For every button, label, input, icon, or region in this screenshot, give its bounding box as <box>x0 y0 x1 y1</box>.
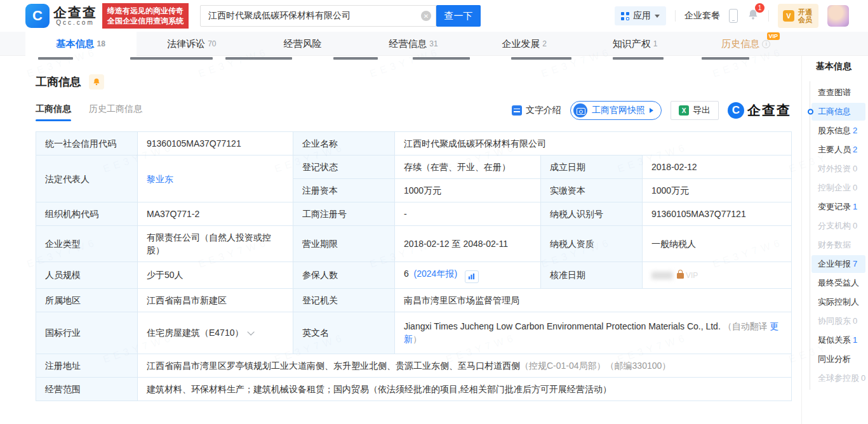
sidebar-item-label: 主要人员 <box>818 145 851 154</box>
qcc-circle-icon: C <box>728 102 744 119</box>
sidebar-item-分支机构: 分支机构0 <box>811 217 865 235</box>
chevron-down-icon <box>655 15 660 18</box>
sidebar-item-最终受益人[interactable]: 最终受益人 <box>811 274 865 292</box>
qcc-logo[interactable]: C 企查查 Qcc.com <box>25 4 97 28</box>
sidebar-item-count: 2 <box>853 145 857 154</box>
field-label: 统一社会信用代码 <box>36 132 138 156</box>
sidebar-item-变更记录[interactable]: 变更记录1 <box>811 198 865 216</box>
qcc-watermark-logo: C 企查查 <box>728 102 791 119</box>
annual-report-link[interactable]: (2024年报) <box>414 268 457 279</box>
sidebar-item-label: 财务数据 <box>818 240 851 249</box>
field-label: 法定代表人 <box>36 156 138 202</box>
sidebar-item-count: 0 <box>853 183 857 192</box>
field-value: - <box>395 202 541 226</box>
field-value: 91360105MA37Q77121 <box>138 132 293 156</box>
field-label: 所属地区 <box>36 288 138 312</box>
field-label: 企业名称 <box>293 132 395 156</box>
sidebar-item-label: 疑似关系 <box>818 335 851 345</box>
sidebar-item-count: 0 <box>853 164 857 173</box>
user-avatar[interactable] <box>827 5 849 27</box>
sidebar-item-count: 7 <box>853 259 857 268</box>
tab-2[interactable]: 法律诉讼70 <box>137 32 248 56</box>
content-panel: 工商信息 工商信息 历史工商信息 文字介绍 工商官网快照 X 导出 <box>25 56 801 424</box>
sidebar-item-label: 实际控制人 <box>818 297 859 307</box>
insured-cell: 6 (2024年报) <box>395 262 541 289</box>
tab-6[interactable]: 知识产权1 <box>580 32 691 56</box>
subtab-business-info[interactable]: 工商信息 <box>36 103 71 121</box>
tab-label: 知识产权 <box>613 38 651 50</box>
tab-count: 1 <box>653 39 658 48</box>
legal-rep-link[interactable]: 黎业东 <box>147 174 173 184</box>
anchor-sidebar: 基本信息 查查图谱工商信息股东信息2主要人员2对外投资0控制企业0变更记录1分支… <box>801 56 868 424</box>
tab-4[interactable]: 经营信息31 <box>358 32 469 56</box>
top-header: C 企查查 Qcc.com 缔造有远见的商业传奇 全国企业信用查询系统 ✕ 查一… <box>0 0 868 32</box>
sidebar-item-label: 对外投资 <box>818 164 851 173</box>
text-intro-button[interactable]: 文字介绍 <box>512 105 561 116</box>
sidebar-item-count: 1 <box>853 202 857 211</box>
legal-rep-cell: 黎业东 <box>138 156 293 202</box>
tab-7[interactable]: 历史信息VIPi <box>690 32 801 56</box>
trend-chart-icon[interactable] <box>465 270 479 283</box>
sidebar-item-同业分析[interactable]: 同业分析 <box>811 350 865 368</box>
field-label: 纳税人识别号 <box>541 202 643 226</box>
tab-3[interactable]: 经营风险 <box>247 32 358 56</box>
tab-label: 基本信息 <box>57 38 95 50</box>
field-label: 登记状态 <box>293 156 395 179</box>
sidebar-item-count: 0 <box>861 373 865 383</box>
tab-count: 18 <box>97 39 105 48</box>
export-button[interactable]: X 导出 <box>671 101 719 120</box>
apps-menu-button[interactable]: 应用 <box>615 6 666 25</box>
english-name-cell: Jiangxi Times Jucheng Low Carbon Environ… <box>395 312 792 354</box>
subtab-history-business-info[interactable]: 历史工商信息 <box>89 103 142 121</box>
tab-label: 历史信息 <box>721 38 759 50</box>
mobile-app-icon[interactable] <box>729 9 738 23</box>
field-value: 2018-02-12 <box>643 156 792 179</box>
sidebar-item-工商信息[interactable]: 工商信息 <box>811 103 865 121</box>
tab-count: 2 <box>542 39 547 48</box>
official-snapshot-button[interactable]: 工商官网快照 <box>570 101 662 120</box>
bell-icon <box>92 77 101 86</box>
field-label: 登记机关 <box>293 288 395 312</box>
notifications-button[interactable]: 1 <box>747 8 759 23</box>
chevron-down-icon[interactable] <box>248 328 255 335</box>
enterprise-package-link[interactable]: 企业套餐 <box>684 10 720 22</box>
field-label: 英文名 <box>293 312 395 354</box>
search-clear-icon[interactable]: ✕ <box>421 11 431 21</box>
search-bar: ✕ 查一下 <box>200 5 481 27</box>
tab-1[interactable]: 基本信息18 <box>25 32 137 56</box>
field-label: 参保人数 <box>293 262 395 289</box>
sidebar-item-查查图谱[interactable]: 查查图谱 <box>811 84 865 102</box>
vip-badge: VIP <box>767 32 780 40</box>
sidebar-item-主要人员[interactable]: 主要人员2 <box>811 141 865 159</box>
field-value: 1000万元 <box>643 179 792 202</box>
field-label: 成立日期 <box>541 156 643 179</box>
sidebar-item-企业年报[interactable]: 企业年报7 <box>811 255 865 273</box>
lock-icon[interactable] <box>677 273 684 279</box>
field-value: 南昌市湾里区市场监督管理局 <box>395 288 792 312</box>
sidebar-item-count: 2 <box>853 126 857 135</box>
sidebar-item-股东信息[interactable]: 股东信息2 <box>811 122 865 140</box>
field-label: 核准日期 <box>541 262 643 289</box>
field-value: 江西时代聚成低碳环保材料有限公司 <box>395 132 792 156</box>
field-label: 工商注册号 <box>293 202 395 226</box>
logo-subtitle: Qcc.com <box>53 20 97 26</box>
apps-grid-icon <box>621 12 629 20</box>
tab-count: 70 <box>208 39 216 48</box>
field-value: 有限责任公司（自然人投资或控股） <box>138 226 293 262</box>
field-label: 纳税人资质 <box>541 226 643 262</box>
search-button[interactable]: 查一下 <box>436 5 481 27</box>
open-vip-button[interactable]: V 开通 会员 <box>778 4 818 28</box>
tab-5[interactable]: 企业发展2 <box>469 32 580 56</box>
sidebar-item-label: 工商信息 <box>818 107 851 116</box>
excel-icon: X <box>679 105 689 116</box>
sidebar-item-label: 协同股东 <box>818 316 851 326</box>
sidebar-item-实际控制人[interactable]: 实际控制人 <box>811 293 865 311</box>
sidebar-item-协同股东: 协同股东0 <box>811 312 865 330</box>
search-input[interactable] <box>200 5 436 27</box>
monitor-bell-button[interactable] <box>89 74 104 89</box>
field-value: 2018-02-12 至 2048-02-11 <box>395 226 541 262</box>
sidebar-item-疑似关系[interactable]: 疑似关系1 <box>811 331 865 349</box>
field-label: 注册地址 <box>36 354 138 377</box>
sidebar-item-label: 同业分析 <box>818 354 851 364</box>
industry-cell: 住宅房屋建筑（E4710） <box>138 312 293 354</box>
